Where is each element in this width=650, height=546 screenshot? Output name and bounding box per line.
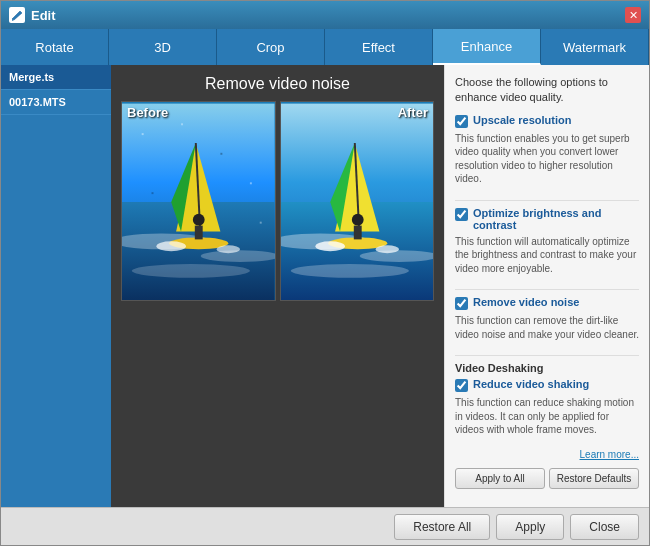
apply-to-all-button[interactable]: Apply to All: [455, 468, 545, 489]
tab-crop[interactable]: Crop: [217, 29, 325, 65]
svg-point-30: [351, 214, 363, 226]
close-button[interactable]: Close: [570, 514, 639, 540]
sidebar-item-name-1: 00173.MTS: [9, 96, 103, 108]
svg-rect-31: [353, 226, 361, 240]
optimize-label: Optimize brightness and contrast: [473, 207, 639, 231]
tab-rotate[interactable]: Rotate: [1, 29, 109, 65]
reduce-shaking-desc: This function can reduce shaking motion …: [455, 396, 639, 437]
preview-images: Before: [121, 101, 434, 301]
after-image: [280, 101, 435, 301]
svg-rect-13: [142, 133, 144, 135]
tab-3d[interactable]: 3D: [109, 29, 217, 65]
preview-title: Remove video noise: [205, 75, 350, 93]
svg-point-10: [216, 245, 240, 253]
panel-action-buttons: Apply to All Restore Defaults: [455, 468, 639, 489]
svg-rect-17: [152, 192, 154, 194]
bottom-bar: Restore All Apply Close: [1, 507, 649, 545]
before-label: Before: [127, 105, 168, 120]
svg-point-28: [315, 241, 345, 251]
svg-rect-18: [260, 222, 262, 224]
panel-description: Choose the following options to enhance …: [455, 75, 639, 106]
after-image-wrap: After: [280, 101, 435, 301]
sidebar-item-0[interactable]: Merge.ts: [1, 65, 111, 90]
option-reduce-shaking-row: Reduce video shaking: [455, 378, 639, 392]
upscale-label: Upscale resolution: [473, 114, 571, 126]
before-image-wrap: Before: [121, 101, 276, 301]
tab-watermark[interactable]: Watermark: [541, 29, 649, 65]
remove-noise-desc: This function can remove the dirt-like v…: [455, 314, 639, 341]
deshaking-section-title: Video Deshaking: [455, 362, 639, 374]
restore-defaults-button[interactable]: Restore Defaults: [549, 468, 639, 489]
svg-point-4: [132, 264, 250, 278]
after-label: After: [398, 105, 428, 120]
svg-point-11: [193, 214, 205, 226]
svg-rect-15: [220, 153, 222, 155]
svg-point-29: [375, 245, 399, 253]
learn-more-link[interactable]: Learn more...: [455, 449, 639, 460]
main-content: Merge.ts 00173.MTS Remove video noise Be…: [1, 65, 649, 507]
option-optimize-row: Optimize brightness and contrast: [455, 207, 639, 231]
optimize-desc: This function will automatically optimiz…: [455, 235, 639, 276]
apply-button[interactable]: Apply: [496, 514, 564, 540]
edit-window: Edit ✕ Rotate 3D Crop Effect Enhance Wat…: [0, 0, 650, 546]
restore-all-button[interactable]: Restore All: [394, 514, 490, 540]
remove-noise-label: Remove video noise: [473, 296, 579, 308]
svg-rect-12: [195, 226, 203, 240]
option-remove-noise-row: Remove video noise: [455, 296, 639, 310]
preview-panel: Remove video noise Before: [111, 65, 444, 507]
close-window-button[interactable]: ✕: [625, 7, 641, 23]
sidebar-item-1[interactable]: 00173.MTS: [1, 90, 111, 115]
right-panel: Choose the following options to enhance …: [444, 65, 649, 507]
tab-effect[interactable]: Effect: [325, 29, 433, 65]
app-icon: [9, 7, 25, 23]
svg-point-23: [290, 264, 408, 278]
sidebar-item-name-0: Merge.ts: [9, 71, 103, 83]
reduce-shaking-label: Reduce video shaking: [473, 378, 589, 390]
upscale-desc: This function enables you to get superb …: [455, 132, 639, 186]
reduce-shaking-checkbox[interactable]: [455, 379, 468, 392]
remove-noise-checkbox[interactable]: [455, 297, 468, 310]
title-bar: Edit ✕: [1, 1, 649, 29]
file-sidebar: Merge.ts 00173.MTS: [1, 65, 111, 507]
svg-point-9: [156, 241, 186, 251]
tab-navigation: Rotate 3D Crop Effect Enhance Watermark: [1, 29, 649, 65]
before-image: [121, 101, 276, 301]
upscale-checkbox[interactable]: [455, 115, 468, 128]
option-upscale-row: Upscale resolution: [455, 114, 639, 128]
window-title: Edit: [31, 8, 625, 23]
svg-rect-16: [250, 182, 252, 184]
optimize-checkbox[interactable]: [455, 208, 468, 221]
tab-enhance[interactable]: Enhance: [433, 29, 541, 65]
svg-rect-14: [181, 123, 183, 125]
